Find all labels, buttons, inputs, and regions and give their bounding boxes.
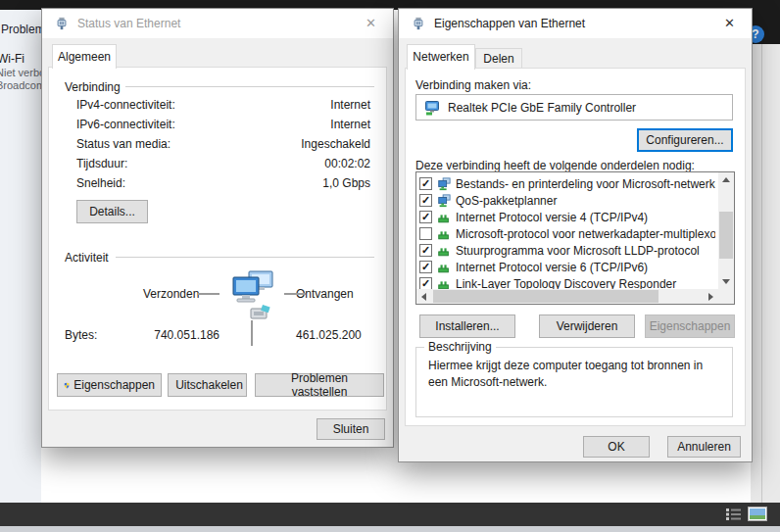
close-icon[interactable]: ✕ (349, 9, 393, 37)
divider (116, 257, 374, 258)
horizontal-scrollbar[interactable] (416, 289, 718, 304)
component-checkbox[interactable]: ✓ (419, 244, 432, 257)
status-row: IPv4-connectiviteit: Internet (49, 95, 386, 115)
network-client-icon (437, 194, 451, 208)
scroll-left-icon[interactable] (416, 289, 431, 304)
scroll-up-icon[interactable] (718, 172, 734, 187)
details-button[interactable]: Details... (76, 200, 148, 223)
network-client-icon (437, 177, 451, 191)
statusbar (0, 503, 780, 526)
component-row[interactable]: Microsoft-protocol voor netwerkadapter-m… (419, 225, 715, 242)
computers-icon (227, 269, 278, 322)
component-row[interactable]: ✓ QoS-pakketplanner (419, 192, 715, 209)
close-icon[interactable]: ✕ (707, 9, 752, 37)
disable-button-label: Uitschakelen (175, 378, 243, 392)
divider (198, 293, 219, 295)
wifi-adapter-status: Niet verbonden (0, 67, 41, 78)
status-page: Verbinding IPv4-connectiviteit: Internet… (48, 67, 387, 411)
install-button[interactable]: Installeren... (419, 314, 515, 338)
ethernet-plug-icon (412, 17, 425, 30)
description-text: Hiermee krijgt deze computer toegang tot… (428, 358, 722, 391)
component-checkbox[interactable]: ✓ (419, 211, 432, 223)
diagnose-button[interactable]: Problemen vaststellen (255, 373, 384, 397)
uninstall-button[interactable]: Verwijderen (539, 314, 635, 338)
properties-button[interactable]: Eigenschappen (57, 373, 162, 397)
background-toolbar-item[interactable]: Problemen (1, 23, 41, 36)
status-row: Status van media: Ingeschakeld (49, 134, 386, 154)
description-group: Beschrijving Hiermee krijgt deze compute… (415, 347, 733, 417)
protocol-icon (437, 244, 451, 258)
close-button[interactable]: Sluiten (317, 418, 385, 440)
divider (284, 293, 306, 295)
background-right-panel (751, 44, 780, 503)
component-label: QoS-pakketplanner (456, 194, 557, 208)
scrollbar-thumb[interactable] (433, 290, 658, 303)
status-row-value: 00:02:02 (324, 157, 370, 170)
properties-dialog-title: Eigenschappen van Ethernet (434, 17, 585, 30)
component-label: Microsoft-protocol voor netwerkadapter-m… (456, 227, 715, 241)
component-row[interactable]: ✓ Internet Protocol versie 4 (TCP/IPv4) (419, 209, 715, 225)
vertical-scrollbar[interactable] (718, 172, 734, 289)
properties-dialog-titlebar[interactable]: Eigenschappen van Ethernet ✕ (399, 9, 752, 38)
status-row-value: 1,0 Gbps (322, 176, 370, 190)
status-row: IPv6-connectiviteit: Internet (49, 115, 386, 134)
component-label: Bestands- en printerdeling voor Microsof… (456, 177, 715, 191)
component-checkbox[interactable]: ✓ (419, 194, 432, 207)
status-dialog-titlebar[interactable]: Status van Ethernet ✕ (42, 9, 393, 38)
component-row[interactable]: ✓ Internet Protocol versie 6 (TCP/IPv6) (419, 259, 715, 275)
protocol-icon (437, 211, 451, 224)
component-checkbox[interactable] (419, 227, 432, 240)
connect-using-label: Verbinding maken via: (415, 78, 531, 92)
properties-button-label: Eigenschappen (73, 378, 155, 392)
wifi-adapter-tile[interactable]: Wi-Fi (0, 52, 24, 66)
component-row[interactable]: ✓ Bestands- en printerdeling voor Micros… (419, 175, 715, 192)
status-row: Snelheid: 1,0 Gbps (49, 173, 386, 193)
components-listbox[interactable]: ✓ Bestands- en printerdeling voor Micros… (415, 171, 735, 305)
properties-dialog: Eigenschappen van Ethernet ✕ Netwerken D… (398, 8, 753, 462)
thumbnail-view-icon[interactable] (748, 507, 767, 521)
component-checkbox[interactable]: ✓ (419, 261, 432, 273)
scrollbar-thumb[interactable] (719, 212, 733, 259)
bytes-label: Bytes: (65, 328, 97, 342)
components-label: Deze verbinding heeft de volgende onderd… (415, 159, 695, 172)
component-label: Stuurprogramma voor Microsoft LLDP-proto… (456, 244, 700, 258)
network-adapter-icon (424, 100, 440, 116)
adapter-name: Realtek PCIe GbE Family Controller (448, 101, 636, 115)
configure-button[interactable]: Configureren... (637, 128, 733, 152)
status-dialog: Status van Ethernet ✕ Algemeen Verbindin… (41, 8, 394, 448)
tab-netwerken[interactable]: Netwerken (407, 44, 475, 70)
connection-group-label: Verbinding (63, 80, 122, 94)
status-row-value: Internet (330, 98, 370, 112)
status-row-value: Internet (330, 118, 370, 131)
details-view-icon[interactable] (725, 508, 742, 521)
status-row-label: Snelheid: (76, 176, 125, 190)
cancel-button[interactable]: Annuleren (667, 436, 741, 458)
connection-status-list: IPv4-connectiviteit: Internet IPv6-conne… (49, 95, 386, 193)
protocol-icon (437, 261, 451, 274)
wifi-adapter-device: Broadcom (0, 79, 41, 91)
ok-button[interactable]: OK (583, 436, 650, 458)
scroll-right-icon[interactable] (704, 289, 718, 304)
status-row: Tijdsduur: 00:02:02 (49, 154, 386, 173)
tab-delen[interactable]: Delen (475, 48, 522, 70)
component-checkbox[interactable]: ✓ (419, 177, 432, 190)
divider (251, 320, 253, 346)
ethernet-plug-icon (55, 17, 69, 30)
component-properties-button[interactable]: Eigenschappen (645, 314, 735, 338)
taskbar-sliver (0, 526, 780, 532)
component-row[interactable]: ✓ Stuurprogramma voor Microsoft LLDP-pro… (419, 242, 715, 259)
network-connections-window: Problemen Wi-Fi Niet verbonden Broadcom (0, 10, 41, 503)
status-row-value: Ingeschakeld (301, 137, 370, 151)
scrollbar-corner (718, 289, 734, 304)
description-label: Beschrijving (424, 340, 496, 354)
divider (125, 86, 374, 87)
tab-algemeen[interactable]: Algemeen (52, 44, 117, 69)
status-dialog-title: Status van Ethernet (77, 17, 180, 30)
bytes-received-value: 461.025.200 (296, 328, 362, 342)
disable-button[interactable]: Uitschakelen (168, 373, 247, 397)
bytes-sent-value: 740.051.186 (112, 328, 219, 342)
properties-page: Verbinding maken via: Realtek PCIe GbE F… (405, 68, 746, 426)
desktop: Problemen Wi-Fi Niet verbonden Broadcom … (0, 0, 780, 532)
activity-group-label: Activiteit (63, 251, 111, 265)
scroll-down-icon[interactable] (718, 274, 734, 289)
